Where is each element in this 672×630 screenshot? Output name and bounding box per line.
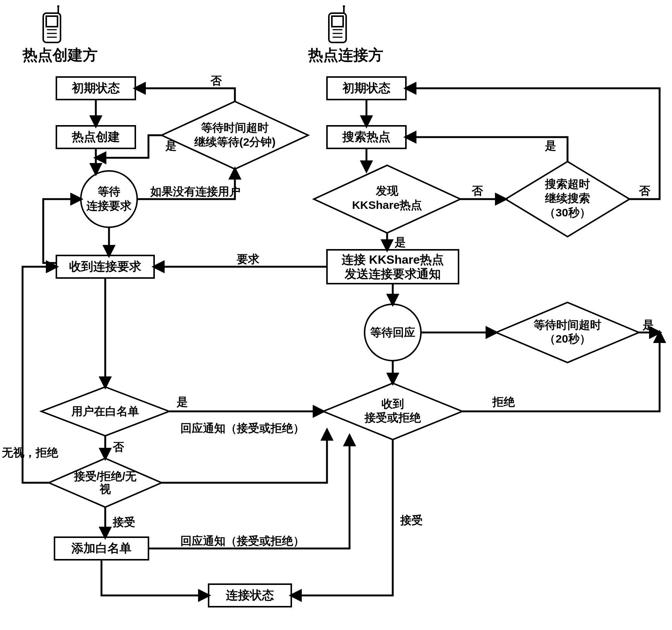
box-c-addlist-label: 添加白名单 bbox=[71, 541, 132, 555]
edge-no-label4: 否 bbox=[639, 184, 651, 197]
diamond-r-wto-l2: （20秒） bbox=[544, 332, 590, 345]
box-r-init-label: 初期状态 bbox=[342, 81, 390, 95]
diamond-r-sto-l2: 继续搜索 bbox=[545, 192, 590, 204]
diamond-c-timeout bbox=[162, 101, 308, 169]
edge-yes-label: 是 bbox=[165, 139, 177, 152]
svg-rect-8 bbox=[332, 16, 343, 27]
phone-icon bbox=[329, 5, 346, 42]
edge-ignore-reject-label: 无视，拒绝 bbox=[2, 446, 59, 459]
edge-no-user-label: 如果没有连接用户 bbox=[150, 185, 241, 198]
edge-yes-label2: 是 bbox=[176, 396, 188, 408]
diamond-r-recv-l1: 收到 bbox=[381, 397, 404, 410]
diamond-c-decide-l1: 接受/拒绝/无 bbox=[74, 470, 137, 482]
diamond-c-timeout-l2: 继续等待(2分钟) bbox=[194, 136, 276, 148]
diamond-r-recv-l2: 接受或拒绝 bbox=[364, 411, 421, 424]
diamond-r-found-l2: KKShare热点 bbox=[352, 199, 422, 211]
box-r-search-label: 搜索热点 bbox=[342, 130, 390, 144]
circle-c-wait bbox=[81, 171, 137, 227]
svg-point-13 bbox=[343, 5, 345, 8]
box-c-create-label: 热点创建 bbox=[71, 130, 120, 144]
diamond-c-decide-l2: 视 bbox=[99, 483, 111, 495]
circle-c-wait-l1: 等待 bbox=[97, 185, 120, 198]
diamond-r-sto-l1: 搜索超时 bbox=[545, 178, 590, 190]
edge-resp-notify-label2: 回应通知（接受或拒绝） bbox=[180, 535, 304, 547]
circle-r-wait-label: 等待回应 bbox=[370, 326, 415, 338]
edge-accept-label2: 接受 bbox=[400, 514, 423, 526]
box-connected-label: 连接状态 bbox=[226, 588, 274, 602]
diamond-r-sto-l3: （30秒） bbox=[544, 206, 590, 219]
circle-c-wait-l2: 连接要求 bbox=[86, 199, 132, 212]
edge-no-label3: 否 bbox=[471, 184, 483, 197]
phone-icon bbox=[43, 5, 61, 42]
box-c-init-label: 初期状态 bbox=[71, 81, 120, 95]
edge-yes-label5: 是 bbox=[642, 319, 654, 331]
edge-accept-label: 接受 bbox=[112, 516, 135, 528]
box-r-connect-l1: 连接 KKShare热点 bbox=[342, 253, 444, 266]
svg-point-6 bbox=[57, 5, 59, 8]
svg-rect-1 bbox=[46, 16, 58, 27]
client-title: 热点连接方 bbox=[308, 47, 383, 63]
diamond-r-wto-l1: 等待时间超时 bbox=[533, 319, 601, 331]
edge-resp-notify-label: 回应通知（接受或拒绝） bbox=[180, 422, 304, 434]
edge-request-label: 要求 bbox=[237, 253, 259, 265]
box-r-connect-l2: 发送连接要求通知 bbox=[344, 267, 441, 281]
edge-yes-label3: 是 bbox=[394, 236, 406, 248]
flowchart: 热点创建方 热点连接方 初期状态 热点创建 等待 连接要求 收到连接要求 等待时… bbox=[0, 0, 672, 630]
diamond-c-timeout-l1: 等待时间超时 bbox=[201, 121, 269, 134]
diamond-c-inlist-label: 用户在白名单 bbox=[71, 405, 139, 417]
edge-yes-label4: 是 bbox=[545, 139, 556, 152]
creator-title: 热点创建方 bbox=[22, 47, 98, 63]
diamond-r-found-l1: 发现 bbox=[375, 184, 399, 197]
box-c-recv-label: 收到连接要求 bbox=[69, 260, 141, 273]
edge-reject-label: 拒绝 bbox=[492, 396, 515, 408]
edge-no-label: 否 bbox=[112, 441, 124, 453]
edge-no-label2: 否 bbox=[210, 74, 222, 87]
